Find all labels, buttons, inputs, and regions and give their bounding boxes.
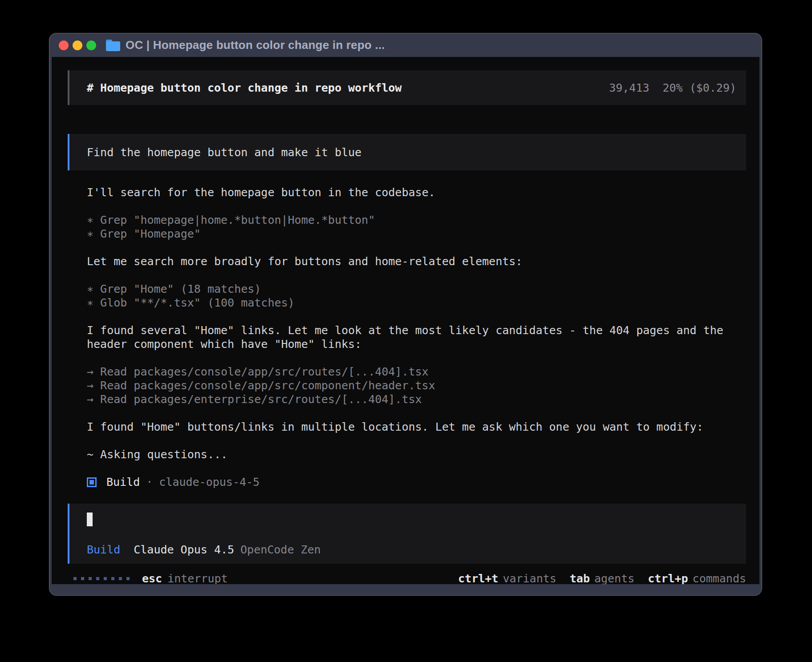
session-cost: ($0.29) xyxy=(690,81,736,95)
folder-icon xyxy=(106,40,120,51)
window-titlebar[interactable]: OC | Homepage button color change in rep… xyxy=(52,33,759,57)
prompt-input[interactable]: Build Claude Opus 4.5 OpenCode Zen xyxy=(68,504,746,564)
assistant-transcript: I'll search for the homepage button in t… xyxy=(68,186,746,489)
status-bar: esc interrupt ctrl+t variants tab agents… xyxy=(68,572,746,584)
context-percent: 20% xyxy=(662,81,682,95)
close-button[interactable] xyxy=(59,40,69,50)
zoom-button[interactable] xyxy=(86,40,96,50)
hint-variants: ctrl+t variants xyxy=(458,572,556,584)
user-message: Find the homepage button and make it blu… xyxy=(68,134,746,170)
session-title: # Homepage button color change in repo w… xyxy=(87,81,402,95)
spinner-dots-icon xyxy=(73,577,130,580)
input-agent-label[interactable]: Build xyxy=(87,543,120,557)
status-left: esc interrupt xyxy=(73,572,228,584)
tool-call-line: → Read packages/console/app/src/routes/[… xyxy=(87,365,746,379)
user-message-text: Find the homepage button and make it blu… xyxy=(87,145,361,159)
assistant-text-line: I found several "Home" links. Let me loo… xyxy=(87,323,733,351)
tool-call-line: ∗ Grep "Home" (18 matches) xyxy=(87,282,746,296)
agent-status-row: Build · claude-opus-4-5 xyxy=(87,475,746,489)
agent-badge-icon xyxy=(87,477,97,487)
window-bottom-strip xyxy=(52,584,759,595)
assistant-text-line: I'll search for the homepage button in t… xyxy=(87,186,746,199)
interrupt-key: esc xyxy=(142,572,162,584)
session-header: # Homepage button color change in repo w… xyxy=(68,70,746,105)
input-provider-label: OpenCode Zen xyxy=(240,543,321,557)
agent-name: Build xyxy=(106,475,140,489)
assistant-text-line: I found "Home" buttons/links in multiple… xyxy=(87,420,746,434)
input-footer: Build Claude Opus 4.5 OpenCode Zen xyxy=(87,543,746,557)
tool-call-line: ∗ Grep "homepage|home.*button|Home.*butt… xyxy=(87,213,746,227)
hint-agents: tab agents xyxy=(570,572,634,584)
tool-call-line: ∗ Glob "**/*.tsx" (100 matches) xyxy=(87,296,746,310)
assistant-text-line: Let me search more broadly for buttons a… xyxy=(87,254,746,268)
minimize-button[interactable] xyxy=(73,40,82,50)
token-count: 39,413 xyxy=(609,81,649,95)
session-stats: 39,413 20% ($0.29) xyxy=(609,81,736,95)
tool-call-line: ∗ Grep "Homepage" xyxy=(87,227,746,241)
text-cursor xyxy=(87,513,93,526)
tool-call-line: → Read packages/console/app/src/componen… xyxy=(87,379,746,392)
traffic-lights xyxy=(59,40,96,50)
window-title: OC | Homepage button color change in rep… xyxy=(126,38,385,52)
model-id: claude-opus-4-5 xyxy=(159,475,260,489)
interrupt-label: interrupt xyxy=(167,572,227,584)
separator-dot: · xyxy=(146,475,153,489)
tool-call-line: → Read packages/enterprise/src/routes/[.… xyxy=(87,392,746,406)
terminal-window: OC | Homepage button color change in rep… xyxy=(49,33,762,595)
assistant-status-line: ~ Asking questions... xyxy=(87,448,746,461)
hint-commands: ctrl+p commands xyxy=(648,572,746,584)
terminal-content: # Homepage button color change in repo w… xyxy=(52,57,759,584)
status-right: ctrl+t variants tab agents ctrl+p comman… xyxy=(445,572,746,584)
input-model-label[interactable]: Claude Opus 4.5 xyxy=(134,543,234,557)
